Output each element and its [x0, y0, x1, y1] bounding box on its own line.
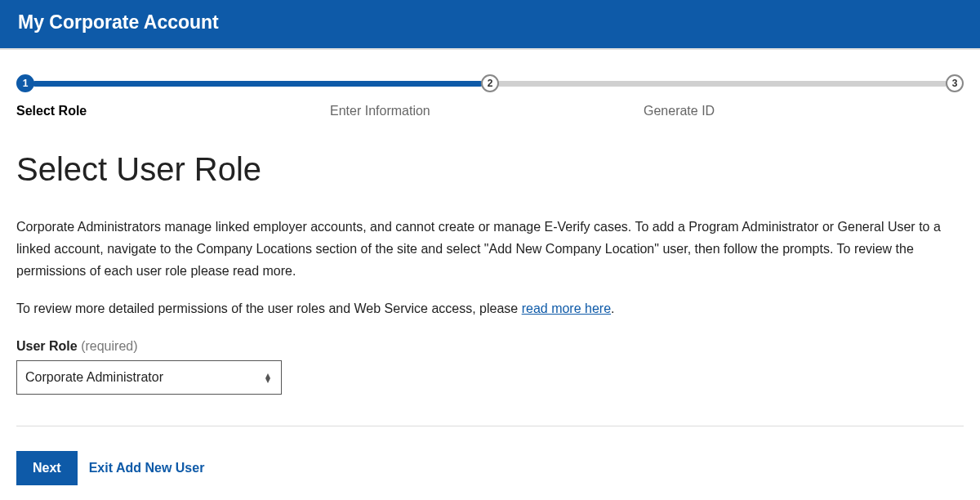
next-button[interactable]: Next [16, 451, 78, 485]
permissions-suffix: . [611, 301, 614, 315]
step-2-num: 2 [488, 78, 493, 89]
stepper-labels: Select Role Enter Information Generate I… [16, 104, 964, 118]
required-indicator: (required) [81, 339, 137, 353]
main-content: 1 2 3 Select Role Enter Information Gene… [0, 50, 980, 500]
header-title: My Corporate Account [18, 11, 219, 33]
page-header: My Corporate Account [0, 0, 980, 48]
user-role-label: User Role (required) [16, 339, 964, 354]
user-role-label-text: User Role [16, 339, 78, 353]
intro-paragraph: Corporate Administrators manage linked e… [16, 216, 964, 283]
exit-link[interactable]: Exit Add New User [89, 461, 205, 475]
step-1-circle: 1 [16, 74, 34, 92]
step-bar-1-2 [33, 81, 483, 87]
progress-stepper: 1 2 3 [16, 74, 964, 92]
action-row: Next Exit Add New User [16, 451, 964, 485]
step-2-circle: 2 [481, 74, 499, 92]
step-bar-2-3 [497, 81, 947, 87]
step-3-num: 3 [952, 78, 958, 89]
permissions-paragraph: To review more detailed permissions of t… [16, 297, 964, 319]
page-title: Select User Role [16, 151, 964, 188]
section-divider [16, 426, 964, 426]
step-3-label: Generate ID [644, 104, 715, 118]
user-role-select-wrap: Corporate Administrator ▴▾ [16, 360, 282, 395]
step-1-num: 1 [23, 78, 29, 89]
step-1-label: Select Role [16, 104, 330, 118]
user-role-select[interactable]: Corporate Administrator [16, 360, 282, 395]
step-2-label: Enter Information [330, 104, 644, 118]
user-role-value: Corporate Administrator [25, 370, 163, 385]
step-3-circle: 3 [946, 74, 964, 92]
permissions-prefix: To review more detailed permissions of t… [16, 301, 522, 315]
read-more-link[interactable]: read more here [522, 301, 611, 315]
